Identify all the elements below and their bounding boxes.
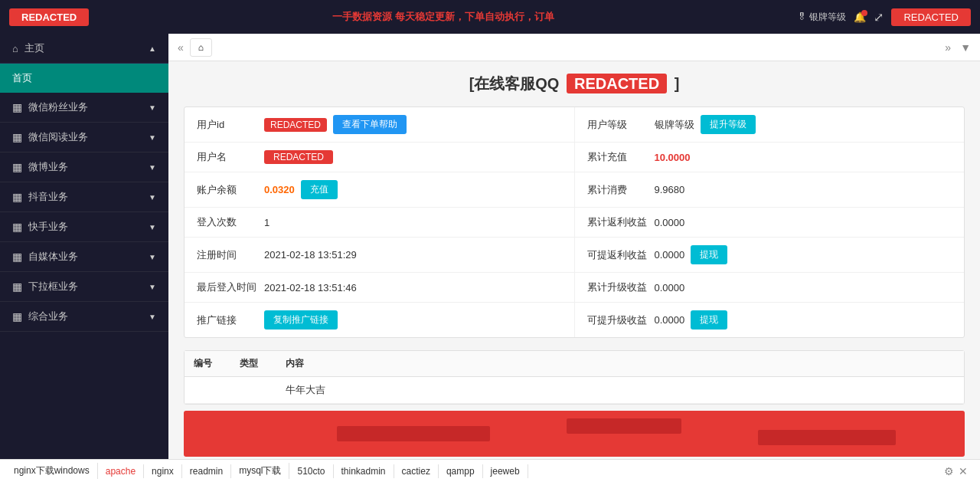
promo-label: 推广链接 bbox=[197, 313, 258, 327]
total-return-value: 0.0000 bbox=[655, 217, 685, 228]
home-chevron-icon: ▲ bbox=[149, 44, 156, 53]
bottom-link-nginx[interactable]: nginx bbox=[144, 464, 182, 478]
tab-nav-left[interactable]: « bbox=[175, 38, 187, 57]
username-cell: 用户名 REDACTED bbox=[185, 143, 574, 172]
home-icon: ⌂ bbox=[12, 43, 18, 54]
login-count-value: 1 bbox=[264, 217, 270, 228]
weibo-icon: ▦ bbox=[12, 161, 22, 173]
sidebar-item-media[interactable]: ▦ 自媒体业务 ▼ bbox=[0, 242, 168, 272]
total-upgrade-cell: 累计升级收益 0.0000 bbox=[575, 273, 965, 302]
withdraw-upgrade-cell: 可提升级收益 0.0000 提现 bbox=[575, 303, 965, 337]
bottom-link-mysql[interactable]: mysql下载 bbox=[231, 463, 289, 479]
user-level-cell: 用户等级 银牌等级 提升等级 bbox=[575, 107, 965, 142]
total-upgrade-label: 累计升级收益 bbox=[587, 280, 648, 294]
withdraw-return-cell: 可提返利收益 0.0000 提现 bbox=[575, 238, 965, 272]
bottom-link-thinkadmin[interactable]: thinkadmin bbox=[334, 464, 394, 478]
balance-cell: 账户余额 0.0320 充值 bbox=[185, 172, 574, 207]
notice-col2: 类型 bbox=[230, 351, 276, 376]
sidebar-item-weibo[interactable]: ▦ 微博业务 ▼ bbox=[0, 152, 168, 182]
notice-row-1: 牛年大吉 bbox=[185, 377, 964, 404]
register-time-value: 2021-02-18 13:51:29 bbox=[264, 249, 357, 261]
register-time-cell: 注册时间 2021-02-18 13:51:29 bbox=[185, 238, 574, 272]
upgrade-btn[interactable]: 提升等级 bbox=[701, 115, 756, 134]
sidebar-item-general[interactable]: ▦ 综合业务 ▼ bbox=[0, 302, 168, 332]
wechat-read-chevron: ▼ bbox=[149, 133, 156, 142]
bottom-link-readmin[interactable]: readmin bbox=[182, 464, 231, 478]
last-login-cell: 最后登入时间 2021-02-18 13:51:46 bbox=[185, 273, 574, 302]
notice-row1-type bbox=[230, 377, 276, 403]
sidebar-item-wechat-read[interactable]: ▦ 微信阅读业务 ▼ bbox=[0, 123, 168, 152]
sidebar-item-kuaishou[interactable]: ▦ 快手业务 ▼ bbox=[0, 212, 168, 242]
info-row-5: 注册时间 2021-02-18 13:51:29 可提返利收益 0.0000 提… bbox=[185, 238, 964, 273]
marquee-text: 一手数据资源 每天稳定更新，下单自动执行，订单 bbox=[274, 10, 613, 24]
media-icon: ▦ bbox=[12, 251, 22, 263]
close-bottom-icon[interactable]: ✕ bbox=[959, 465, 968, 477]
total-consume-label: 累计消费 bbox=[587, 183, 648, 197]
recharge-btn[interactable]: 充值 bbox=[301, 180, 338, 199]
info-row-6: 最后登入时间 2021-02-18 13:51:46 累计升级收益 0.0000 bbox=[185, 273, 964, 303]
notice-table: 编号 类型 内容 牛年大吉 bbox=[184, 350, 965, 405]
sidebar-item-dropdown[interactable]: ▦ 下拉框业务 ▼ bbox=[0, 272, 168, 302]
content-area: « ⌂ » ▼ [在线客服QQ REDACTED ] bbox=[168, 34, 980, 459]
bottom-link-qampp[interactable]: qampp bbox=[439, 464, 483, 478]
register-time-label: 注册时间 bbox=[197, 248, 258, 262]
dropdown-chevron: ▼ bbox=[149, 283, 156, 291]
withdraw-upgrade-value: 0.0000 bbox=[655, 314, 685, 326]
general-chevron: ▼ bbox=[149, 313, 156, 321]
tab-nav-down[interactable]: ▼ bbox=[957, 38, 974, 57]
douyin-icon: ▦ bbox=[12, 191, 22, 203]
total-consume-value: 9.9680 bbox=[655, 184, 685, 195]
banner-blur-3 bbox=[758, 430, 896, 445]
copy-promo-btn[interactable]: 复制推广链接 bbox=[264, 310, 338, 330]
wechat-fans-chevron: ▼ bbox=[149, 103, 156, 112]
douyin-chevron: ▼ bbox=[149, 193, 156, 202]
check-order-btn[interactable]: 查看下单帮助 bbox=[333, 115, 407, 134]
bottom-link-apache[interactable]: apache bbox=[98, 464, 144, 478]
notice-row1-content: 牛年大吉 bbox=[276, 377, 964, 403]
page-title: [在线客服QQ REDACTED ] bbox=[184, 74, 965, 94]
bottom-link-cactiez[interactable]: cactiez bbox=[394, 464, 439, 478]
sidebar-item-wechat-fans[interactable]: ▦ 微信粉丝业务 ▼ bbox=[0, 93, 168, 123]
total-upgrade-value: 0.0000 bbox=[655, 282, 685, 293]
sidebar-item-douyin[interactable]: ▦ 抖音业务 ▼ bbox=[0, 182, 168, 212]
total-points-value: 10.0000 bbox=[655, 152, 691, 163]
withdraw-return-label: 可提返利收益 bbox=[587, 248, 648, 262]
balance-label: 账户余额 bbox=[197, 183, 258, 197]
notice-row1-num bbox=[185, 377, 230, 403]
info-row-2: 用户名 REDACTED 累计充值 10.0000 bbox=[185, 143, 964, 172]
tab-nav-right[interactable]: » bbox=[942, 38, 954, 57]
withdraw-btn-1[interactable]: 提现 bbox=[691, 245, 727, 264]
sidebar-home-header[interactable]: ⌂ 主页 ▲ bbox=[0, 34, 168, 64]
user-button[interactable]: REDACTED bbox=[891, 8, 971, 26]
bottom-link-510cto[interactable]: 510cto bbox=[289, 464, 333, 478]
withdraw-btn-2[interactable]: 提现 bbox=[691, 310, 727, 330]
banner-blur-1 bbox=[337, 426, 490, 441]
user-info-table: 用户id REDACTED 查看下单帮助 用户等级 银牌等级 提升等级 用户名 bbox=[184, 107, 965, 338]
total-points-cell: 累计充值 10.0000 bbox=[575, 143, 965, 172]
total-return-label: 累计返利收益 bbox=[587, 215, 648, 229]
bottom-bar: nginx下载windows apache nginx readmin mysq… bbox=[0, 459, 980, 482]
sidebar: ⌂ 主页 ▲ 首页 ▦ 微信粉丝业务 ▼ ▦ 微信阅读业务 ▼ ▦ 微博业务 bbox=[0, 34, 168, 459]
banner-blur-2 bbox=[567, 418, 681, 434]
settings-icon[interactable]: ⚙ bbox=[944, 465, 954, 477]
bottom-link-jeeweb[interactable]: jeeweb bbox=[483, 464, 528, 478]
withdraw-upgrade-label: 可提升级收益 bbox=[587, 313, 648, 327]
bottom-link-nginx-win[interactable]: nginx下载windows bbox=[6, 463, 98, 479]
user-id-value: REDACTED bbox=[264, 118, 327, 132]
expand-icon[interactable]: ⤢ bbox=[874, 10, 884, 25]
notice-col1: 编号 bbox=[185, 351, 230, 376]
notification-bell[interactable]: 🔔 bbox=[854, 11, 866, 23]
promo-cell: 推广链接 复制推广链接 bbox=[185, 303, 574, 337]
info-row-4: 登入次数 1 累计返利收益 0.0000 bbox=[185, 208, 964, 238]
general-icon: ▦ bbox=[12, 310, 22, 323]
topbar-logo: REDACTED bbox=[9, 8, 89, 26]
username-label: 用户名 bbox=[197, 150, 258, 164]
kuaishou-chevron: ▼ bbox=[149, 223, 156, 231]
balance-value: 0.0320 bbox=[264, 184, 295, 195]
user-level-value: 银牌等级 bbox=[655, 118, 694, 132]
info-row-7: 推广链接 复制推广链接 可提升级收益 0.0000 提现 bbox=[185, 303, 964, 337]
bottom-actions: ⚙ ✕ bbox=[938, 465, 974, 477]
main-layout: ⌂ 主页 ▲ 首页 ▦ 微信粉丝业务 ▼ ▦ 微信阅读业务 ▼ ▦ 微博业务 bbox=[0, 34, 980, 459]
sidebar-item-home[interactable]: 首页 bbox=[0, 64, 168, 93]
tab-home[interactable]: ⌂ bbox=[190, 38, 212, 57]
